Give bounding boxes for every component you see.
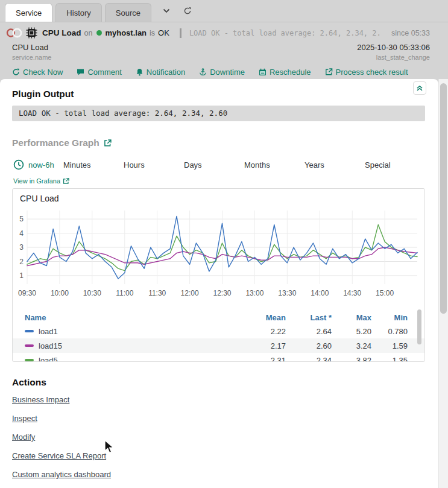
actions-heading: Actions xyxy=(12,377,438,388)
legend-header-max[interactable]: Max xyxy=(332,313,371,322)
series-name: load15 xyxy=(39,341,62,350)
legend-header-row: NameMeanLast *MaxMin xyxy=(13,311,424,324)
comment-icon xyxy=(77,68,84,76)
svg-text:15:00: 15:00 xyxy=(376,289,394,297)
on-label: on xyxy=(84,29,93,37)
inspect-link[interactable]: Inspect xyxy=(12,414,37,423)
svg-text:2: 2 xyxy=(19,258,24,266)
service-meta-row: CPU Load service.name 2025-10-30 05:33:0… xyxy=(0,39,448,61)
chevron-down-icon[interactable] xyxy=(163,8,170,13)
legend-scrollbar-thumb[interactable] xyxy=(417,309,421,344)
view-in-grafana-link[interactable]: View in Grafana xyxy=(13,177,438,185)
timerange-menu-years[interactable]: Years xyxy=(304,160,365,170)
service-status-row: CPU Load on myhost.lan is OK LOAD OK - t… xyxy=(0,22,448,39)
series-max: 3.24 xyxy=(332,341,371,350)
process-check-result-action[interactable]: Process check result xyxy=(325,68,408,77)
service-detail-panel: Plugin Output LOAD OK - total load avera… xyxy=(0,79,438,488)
legend-header-mean[interactable]: Mean xyxy=(244,313,286,322)
downtime-action[interactable]: Downtime xyxy=(199,68,245,77)
series-name: load5 xyxy=(39,356,58,362)
svg-text:4: 4 xyxy=(19,229,24,238)
legend-row-load5[interactable]: load52.312.343.821.35 xyxy=(13,353,424,361)
modify-link[interactable]: Modify xyxy=(12,433,35,442)
svg-text:11:00: 11:00 xyxy=(116,289,133,297)
action-label: Check Now xyxy=(23,68,63,77)
series-mean: 2.31 xyxy=(244,356,286,362)
legend-header-min[interactable]: Min xyxy=(371,313,408,322)
state-rings-icon[interactable] xyxy=(6,27,23,39)
process-icon xyxy=(325,68,333,76)
svg-text:12:00: 12:00 xyxy=(181,289,199,297)
service-name: CPU Load xyxy=(42,28,81,37)
series-last: 2.60 xyxy=(286,341,332,350)
cpu-load-chart[interactable]: 1234509:3010:0010:3011:0011:3012:0012:30… xyxy=(13,204,424,307)
host-name[interactable]: myhost.lan xyxy=(105,28,147,37)
svg-text:13:00: 13:00 xyxy=(245,289,263,297)
svg-text:13:30: 13:30 xyxy=(278,289,296,297)
refresh-icon xyxy=(12,68,20,76)
custom-analytics-dashboard-link[interactable]: Custom analytics dashboard xyxy=(12,470,111,479)
timerange-menus: MinutesHoursDaysMonthsYearsSpecial xyxy=(63,160,425,170)
svg-text:14:00: 14:00 xyxy=(311,289,329,297)
meta-title: CPU Load xyxy=(12,43,51,52)
series-max: 5.20 xyxy=(332,327,371,336)
page-scrollbar-track[interactable] xyxy=(438,79,448,488)
svg-text:5: 5 xyxy=(19,215,24,223)
series-mean: 2.22 xyxy=(244,327,286,336)
last-state-change-label: last_state_change xyxy=(357,54,430,61)
tab-source[interactable]: Source xyxy=(105,3,151,22)
anchor-icon xyxy=(199,68,207,76)
performance-graph-heading: Performance Graph xyxy=(12,138,438,148)
divider xyxy=(180,28,181,38)
bell-icon xyxy=(136,68,144,76)
svg-text:1: 1 xyxy=(19,271,24,280)
timerange-menu-months[interactable]: Months xyxy=(244,160,304,170)
tabs: ServiceHistorySource xyxy=(5,3,154,22)
series-color-swatch xyxy=(25,359,34,361)
action-label: Notification xyxy=(147,68,185,77)
legend-header-name[interactable]: Name xyxy=(25,313,244,322)
series-min: 1.59 xyxy=(371,341,408,350)
clock-icon xyxy=(13,159,24,170)
business-impact-link[interactable]: Business Impact xyxy=(12,395,69,404)
comment-action[interactable]: Comment xyxy=(77,68,121,77)
create-service-sla-report-link[interactable]: Create Service SLA Report xyxy=(12,451,106,460)
collapse-panel-button[interactable] xyxy=(413,81,426,95)
timerange-menu-hours[interactable]: Hours xyxy=(124,160,184,170)
series-last: 2.34 xyxy=(286,356,332,362)
legend-scrollbar[interactable] xyxy=(417,309,421,358)
legend-row-load15[interactable]: load152.172.603.241.59 xyxy=(13,338,424,353)
graph-title: CPU Load xyxy=(20,194,424,203)
timerange-menu-minutes[interactable]: Minutes xyxy=(63,160,124,170)
series-color-swatch xyxy=(25,344,34,347)
series-mean: 2.17 xyxy=(244,341,286,350)
last-state-change-value: 2025-10-30 05:33:06 xyxy=(357,43,430,52)
notification-action[interactable]: Notification xyxy=(136,68,185,77)
timerange-menu-special[interactable]: Special xyxy=(365,160,425,170)
svg-text:11:30: 11:30 xyxy=(148,289,166,297)
timerange-value[interactable]: now-6h xyxy=(28,160,54,170)
reschedule-action[interactable]: Reschedule xyxy=(259,68,311,77)
svg-text:3: 3 xyxy=(19,243,24,252)
legend-header-last[interactable]: Last * xyxy=(286,313,332,322)
tab-service[interactable]: Service xyxy=(5,3,52,22)
tab-history[interactable]: History xyxy=(55,3,101,22)
view-in-grafana-label: View in Grafana xyxy=(13,177,60,185)
legend-row-load1[interactable]: load12.222.645.200.780 xyxy=(13,324,424,338)
action-label: Comment xyxy=(87,68,121,77)
series-min: 1.35 xyxy=(371,356,408,362)
svg-text:10:00: 10:00 xyxy=(51,289,69,297)
page-scrollbar-thumb[interactable] xyxy=(440,83,447,314)
series-max: 3.82 xyxy=(332,356,371,362)
action-label: Process check result xyxy=(336,68,408,77)
external-link-icon[interactable] xyxy=(104,139,112,147)
since-label: since 05:33 xyxy=(391,29,430,37)
timerange-menu-days[interactable]: Days xyxy=(184,160,244,170)
svg-text:12:30: 12:30 xyxy=(213,289,231,297)
timerange-picker[interactable]: now-6h xyxy=(13,159,63,170)
check-now-action[interactable]: Check Now xyxy=(12,68,63,77)
reload-page-icon[interactable] xyxy=(183,7,192,15)
calendar-icon xyxy=(259,68,267,76)
svg-text:14:30: 14:30 xyxy=(343,289,361,297)
performance-graph-title: Performance Graph xyxy=(12,138,99,148)
